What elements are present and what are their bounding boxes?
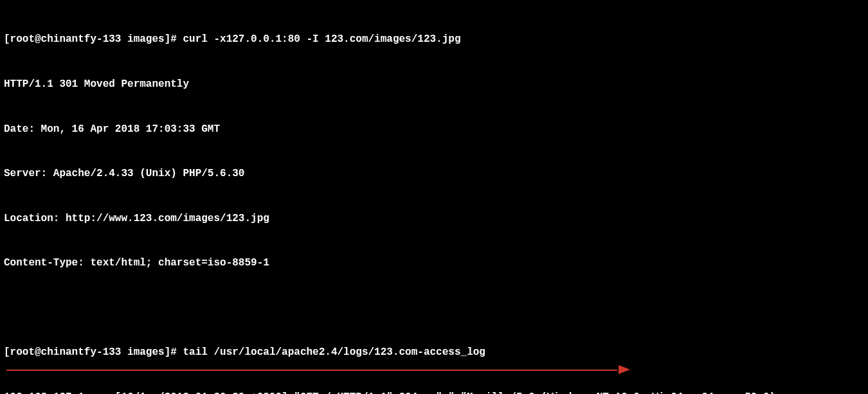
command-text: curl -x127.0.0.1:80 -I 123.com/images/12…	[183, 33, 460, 45]
command-text: tail /usr/local/apache2.4/logs/123.com-a…	[183, 346, 485, 358]
blank-line	[4, 301, 864, 316]
shell-prompt: [root@chinantfy-133 images]#	[4, 33, 183, 45]
terminal-output[interactable]: [root@chinantfy-133 images]# curl -x127.…	[4, 3, 864, 394]
log-line: 192.168.127.1 - - [16/Apr/2018:01:39:39 …	[4, 390, 864, 394]
response-line: HTTP/1.1 301 Moved Permanently	[4, 77, 864, 92]
response-line: Date: Mon, 16 Apr 2018 17:03:33 GMT	[4, 122, 864, 137]
command-line-1: [root@chinantfy-133 images]# curl -x127.…	[4, 32, 864, 47]
response-line: Server: Apache/2.4.33 (Unix) PHP/5.6.30	[4, 166, 864, 181]
command-line-2: [root@chinantfy-133 images]# tail /usr/l…	[4, 345, 864, 360]
shell-prompt: [root@chinantfy-133 images]#	[4, 346, 183, 358]
response-line: Content-Type: text/html; charset=iso-885…	[4, 256, 864, 271]
response-line: Location: http://www.123.com/images/123.…	[4, 211, 864, 226]
